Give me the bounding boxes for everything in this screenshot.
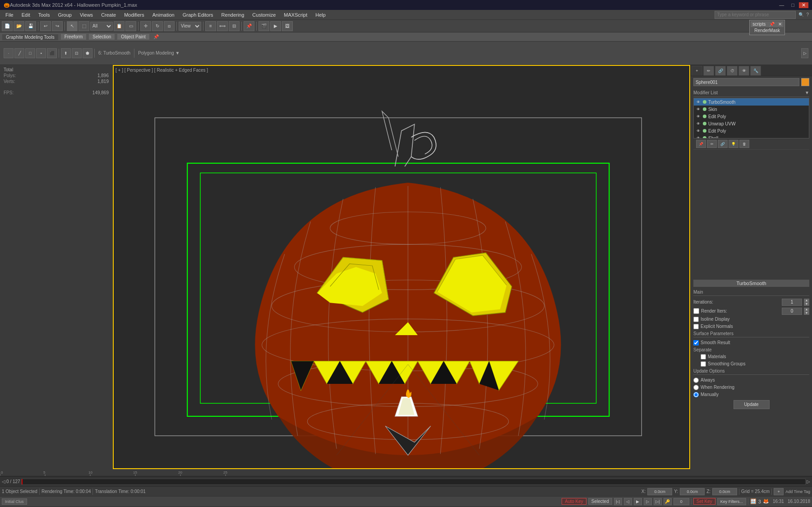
poly-vertex-btn[interactable]: · bbox=[4, 48, 14, 58]
menu-animation[interactable]: Animation bbox=[149, 11, 178, 18]
menu-tools[interactable]: Tools bbox=[35, 11, 54, 18]
move-btn[interactable]: ✛ bbox=[140, 21, 151, 31]
scale-btn[interactable]: ⧈ bbox=[164, 21, 175, 31]
scripts-rendermask-item[interactable]: RenderMask bbox=[751, 27, 784, 34]
iterations-input[interactable] bbox=[782, 299, 802, 306]
poly-edge-btn[interactable]: ╱ bbox=[14, 48, 24, 58]
update-button[interactable]: Update bbox=[734, 400, 770, 409]
menu-group[interactable]: Group bbox=[54, 11, 75, 18]
graphite-tab-object-paint[interactable]: Object Paint bbox=[117, 33, 149, 40]
render-view-btn[interactable]: 🖼 bbox=[282, 21, 293, 31]
add-time-tag-btn[interactable]: + bbox=[774, 488, 784, 495]
mod-light-btn[interactable]: 💡 bbox=[729, 140, 738, 148]
viewport[interactable]: [ + ] [ Perspective ] [ Realistic + Edge… bbox=[113, 65, 690, 469]
select-region-btn[interactable]: ⬚ bbox=[78, 21, 89, 31]
poly-element-btn[interactable]: ⬛ bbox=[47, 48, 57, 58]
render-btn[interactable]: ▶ bbox=[270, 21, 281, 31]
modifier-item-skin[interactable]: 👁 Skin bbox=[694, 106, 809, 113]
tab-create[interactable]: + bbox=[692, 66, 702, 76]
search-input[interactable] bbox=[715, 11, 796, 19]
tab-motion[interactable]: ⏱ bbox=[727, 66, 738, 76]
z-coord-input[interactable] bbox=[712, 488, 737, 495]
minimize-btn[interactable]: — bbox=[776, 2, 787, 8]
menu-help[interactable]: Help bbox=[312, 11, 329, 18]
mod-delete-btn[interactable]: 🗑 bbox=[739, 140, 749, 148]
scripts-close-btn[interactable]: ✕ bbox=[778, 22, 782, 27]
iterations-down[interactable]: ▼ bbox=[804, 302, 809, 306]
key-mode-btn[interactable]: 🔑 bbox=[664, 498, 672, 505]
menu-customize[interactable]: Customize bbox=[249, 11, 279, 18]
always-radio[interactable] bbox=[693, 378, 699, 383]
menu-edit[interactable]: Edit bbox=[18, 11, 34, 18]
render-setup-btn[interactable]: 🎬 bbox=[258, 21, 269, 31]
menu-graph-editors[interactable]: Graph Editors bbox=[179, 11, 217, 18]
modifier-item-turbosmooth[interactable]: 👁 TurboSmooth bbox=[694, 98, 809, 106]
layer-btn[interactable]: ≡ bbox=[205, 21, 216, 31]
graphite-tab-freeform[interactable]: Freeform bbox=[60, 33, 87, 40]
isoline-checkbox[interactable] bbox=[693, 317, 699, 322]
menu-create[interactable]: Create bbox=[97, 11, 120, 18]
manually-radio[interactable] bbox=[693, 392, 699, 397]
window-controls[interactable]: — □ ✕ bbox=[776, 2, 808, 8]
graphite-tab-modeling[interactable]: Graphite Modeling Tools bbox=[2, 34, 59, 40]
smoothing-groups-checkbox[interactable] bbox=[701, 361, 706, 367]
menu-modifiers[interactable]: Modifiers bbox=[120, 11, 148, 18]
mod-visibility-unwrap[interactable]: 👁 bbox=[696, 121, 701, 126]
taskbar-windows-btn[interactable]: 🪟 bbox=[750, 498, 757, 504]
maximize-btn[interactable]: □ bbox=[789, 2, 797, 8]
object-color-swatch[interactable] bbox=[801, 78, 809, 86]
poly-face-btn[interactable]: ▪ bbox=[36, 48, 46, 58]
x-coord-input[interactable] bbox=[647, 488, 672, 495]
named-sel-btn[interactable]: 📌 bbox=[244, 21, 254, 31]
next-frame-btn[interactable]: ▷ bbox=[644, 498, 652, 505]
smooth-result-checkbox[interactable] bbox=[693, 340, 699, 346]
mod-pin-btn[interactable]: 📌 bbox=[696, 140, 706, 148]
reference-coord[interactable]: View bbox=[179, 22, 201, 31]
tab-hierarchy[interactable]: 🔗 bbox=[715, 66, 726, 76]
undo-btn[interactable]: ↩ bbox=[40, 21, 51, 31]
modifier-item-editpoly2[interactable]: 👁 Edit Poly bbox=[694, 127, 809, 134]
render-iters-input[interactable] bbox=[782, 308, 802, 315]
select-by-name-btn[interactable]: 📋 bbox=[114, 21, 125, 31]
menu-rendering[interactable]: Rendering bbox=[218, 11, 248, 18]
scripts-pin-btn[interactable]: 📌 bbox=[769, 22, 775, 27]
y-coord-input[interactable] bbox=[680, 488, 705, 495]
tab-modify[interactable]: ✏ bbox=[703, 66, 714, 76]
modifier-list-dropdown-icon[interactable]: ▼ bbox=[805, 90, 809, 95]
goto-start-btn[interactable]: |◁ bbox=[614, 498, 622, 505]
object-name-input[interactable] bbox=[693, 78, 799, 86]
tab-utilities[interactable]: 🔧 bbox=[750, 66, 761, 76]
polygon-modeling-label[interactable]: Polygon Modeling ▼ bbox=[136, 51, 181, 55]
render-iters-spinner[interactable]: ▲ ▼ bbox=[804, 308, 809, 315]
rotate-btn[interactable]: ↻ bbox=[152, 21, 163, 31]
open-btn[interactable]: 📂 bbox=[14, 21, 24, 31]
iterations-spinner[interactable]: ▲ ▼ bbox=[804, 299, 809, 306]
mod-visibility-skin[interactable]: 👁 bbox=[696, 106, 701, 112]
select-btn[interactable]: ↖ bbox=[67, 21, 78, 31]
timeline-track[interactable] bbox=[21, 479, 806, 485]
close-btn[interactable]: ✕ bbox=[799, 2, 808, 8]
mod-hierarchy-btn[interactable]: 🔗 bbox=[718, 140, 728, 148]
menu-maxscript[interactable]: MAXScript bbox=[280, 11, 311, 18]
render-iters-down[interactable]: ▼ bbox=[804, 311, 809, 315]
poly-inset-btn[interactable]: ⊡ bbox=[72, 48, 82, 58]
help-icon[interactable]: ? bbox=[805, 12, 810, 17]
modifier-item-editpoly1[interactable]: 👁 Edit Poly bbox=[694, 113, 809, 120]
when-rendering-radio[interactable] bbox=[693, 385, 699, 390]
mod-visibility-icon[interactable]: 👁 bbox=[696, 99, 701, 105]
taskbar-3dsmax-btn[interactable]: 3 bbox=[758, 499, 761, 504]
mod-visibility-editpoly2[interactable]: 👁 bbox=[696, 128, 701, 134]
mod-visibility-editpoly1[interactable]: 👁 bbox=[696, 114, 701, 119]
align-btn[interactable]: ⊟ bbox=[229, 21, 240, 31]
poly-extrude-btn[interactable]: ⬆ bbox=[61, 48, 71, 58]
select-filter[interactable]: All bbox=[90, 22, 113, 31]
redo-btn[interactable]: ↪ bbox=[52, 21, 63, 31]
render-iters-up[interactable]: ▲ bbox=[804, 308, 809, 311]
poly-bevel-btn[interactable]: ⬟ bbox=[83, 48, 92, 58]
modifier-item-unwrap[interactable]: 👁 Unwrap UVW bbox=[694, 120, 809, 127]
graphite-tab-selection[interactable]: Selection bbox=[88, 33, 115, 40]
mod-visibility-shell[interactable]: 👁 bbox=[696, 135, 701, 138]
iterations-up[interactable]: ▲ bbox=[804, 299, 809, 302]
prev-frame-btn[interactable]: ◁ bbox=[624, 498, 632, 505]
taskbar-firefox-btn[interactable]: 🦊 bbox=[763, 498, 769, 504]
